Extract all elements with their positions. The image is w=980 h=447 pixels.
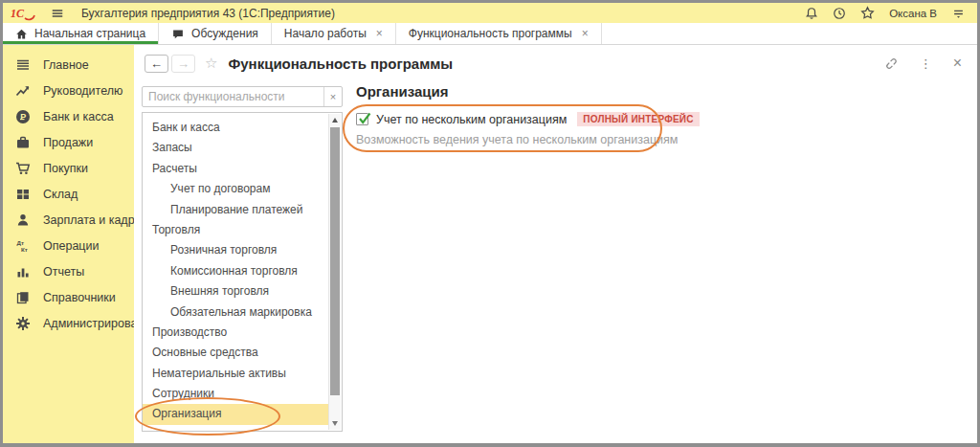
sidebar-item-label: Отчеты (43, 265, 84, 279)
home-icon (15, 28, 28, 40)
sidebar-item-label: Зарплата и кадры (43, 213, 144, 227)
svg-text:Кт: Кт (21, 246, 28, 253)
tab[interactable]: Обсуждения (159, 23, 272, 44)
tab-label: Функциональность программы (409, 27, 572, 40)
sidebar-item-label: Операции (43, 239, 99, 253)
tab-label: Начальная страница (34, 27, 145, 40)
person-icon (15, 212, 31, 228)
history-clock-icon[interactable] (833, 7, 846, 20)
search-clear-icon[interactable]: × (323, 87, 342, 106)
menu-icon (15, 57, 31, 73)
page-title: Функциональность программы (228, 56, 453, 72)
add-favorite-star-icon[interactable]: ☆ (205, 55, 217, 72)
functionality-nav-item[interactable]: Производство (143, 323, 328, 343)
back-arrow-button[interactable]: ← (145, 55, 168, 73)
close-form-icon[interactable]: × (953, 56, 962, 71)
functionality-nav-item[interactable]: Комиссионная торговля (143, 261, 328, 281)
notifications-bell-icon[interactable] (805, 7, 818, 20)
window-title: Бухгалтерия предприятия 43 (1С:Предприят… (81, 7, 335, 20)
sidebar-item[interactable]: Продажи (3, 129, 134, 155)
main-content: ← → ☆ Функциональность программы ⋮ × × (134, 45, 977, 443)
functionality-nav-panel: Банк и кассаЗапасыРасчетыУчет по договор… (142, 112, 343, 432)
functionality-nav-item[interactable]: Расчеты (143, 159, 328, 179)
multi-org-checkbox[interactable] (356, 113, 368, 125)
tab[interactable]: Начальная страница (3, 23, 159, 44)
scroll-up-icon[interactable] (329, 114, 341, 126)
book-icon (15, 290, 31, 305)
functionality-nav-item[interactable]: Торговля (143, 220, 328, 240)
sidebar-item[interactable]: РБанк и касса (3, 103, 134, 129)
functionality-nav-item[interactable]: Нематериальные активы (143, 364, 328, 384)
sidebar-item-label: Руководителю (43, 84, 122, 98)
forward-arrow-button[interactable]: → (171, 55, 195, 73)
sidebar-item[interactable]: Покупки (3, 155, 134, 181)
sidebar-item-label: Склад (43, 188, 78, 201)
ruble-circle-icon: Р (15, 109, 31, 124)
sidebar-item[interactable]: Склад (3, 181, 134, 207)
bar-chart-icon (15, 264, 31, 279)
svg-text:Дт: Дт (17, 239, 24, 246)
chat-icon (171, 28, 185, 40)
sidebar-item[interactable]: ДтКтОперации (3, 233, 134, 258)
main-menu-icon[interactable] (51, 7, 64, 20)
gear-icon (15, 316, 31, 331)
section-heading: Организация (356, 83, 700, 100)
briefcase-icon (15, 135, 31, 150)
functionality-nav-item[interactable]: Основные средства (143, 343, 328, 363)
sidebar-item-label: Покупки (43, 162, 88, 175)
tab-close-icon[interactable]: × (376, 27, 383, 40)
functionality-nav-item[interactable]: Запасы (143, 138, 328, 158)
title-bar: 1С Бухгалтерия предприятия 43 (1С:Предпр… (3, 3, 977, 23)
sidebar-item[interactable]: Отчеты (3, 258, 134, 284)
warehouse-grid-icon (15, 187, 31, 202)
list-scrollbar[interactable] (328, 114, 341, 430)
tab-label: Начало работы (284, 27, 367, 40)
svg-text:Р: Р (20, 112, 26, 122)
dt-kt-icon: ДтКт (15, 238, 31, 254)
full-interface-badge: ПОЛНЫЙ ИНТЕРФЕЙС (577, 112, 699, 126)
sidebar-item-label: Справочники (43, 291, 116, 304)
app-window: 1С Бухгалтерия предприятия 43 (1С:Предпр… (0, 0, 980, 447)
functionality-nav-item[interactable]: Организация (143, 404, 328, 424)
organization-section: Организация Учет по нескольким организац… (356, 83, 700, 146)
cart-icon (15, 161, 31, 176)
functionality-nav-item[interactable]: Планирование платежей (143, 200, 328, 220)
functionality-nav-item[interactable]: Банк и касса (143, 118, 328, 138)
sidebar-item[interactable]: Справочники (3, 284, 134, 310)
sidebar-item-label: Продажи (43, 136, 93, 149)
sidebar-item[interactable]: Руководителю (3, 78, 134, 103)
sections-sidebar: ГлавноеРуководителюРБанк и кассаПродажиП… (3, 45, 134, 443)
search-input[interactable] (143, 90, 323, 103)
get-link-icon[interactable] (884, 56, 899, 71)
1c-logo[interactable]: 1С (11, 6, 39, 21)
functionality-nav-item[interactable]: Розничная торговля (143, 240, 328, 260)
scrollbar-thumb[interactable] (330, 127, 340, 395)
current-user[interactable]: Оксана В (889, 8, 937, 19)
sidebar-item[interactable]: Администрирование (3, 310, 134, 336)
functionality-search: × (142, 86, 343, 107)
favorites-star-icon[interactable] (860, 6, 875, 20)
tab-label: Обсуждения (191, 27, 258, 40)
functionality-nav-item[interactable]: Учет по договорам (143, 179, 328, 199)
functionality-nav-item[interactable]: Обязательная маркировка (143, 302, 328, 323)
tab[interactable]: Начало работы× (272, 23, 396, 44)
service-menu-icon[interactable] (951, 7, 966, 20)
sidebar-item-label: Банк и касса (43, 110, 114, 123)
functionality-nav-item[interactable]: Внешняя торговля (143, 281, 328, 302)
sidebar-item-label: Главное (43, 58, 89, 72)
trend-icon (15, 83, 31, 99)
functionality-nav-item[interactable]: Сотрудники (143, 384, 328, 404)
more-menu-icon[interactable]: ⋮ (920, 56, 932, 71)
option-description: Возможность ведения учета по нескольким … (356, 133, 700, 146)
svg-text:1С: 1С (11, 7, 25, 20)
tab-bar: Начальная страницаОбсужденияНачало работ… (3, 23, 977, 45)
scroll-down-icon[interactable] (329, 417, 341, 430)
sidebar-item[interactable]: Главное (3, 52, 134, 78)
tab-close-icon[interactable]: × (582, 27, 589, 40)
sidebar-item[interactable]: Зарплата и кадры (3, 207, 134, 233)
multi-org-checkbox-label[interactable]: Учет по нескольким организациям (376, 113, 567, 126)
form-header: ← → ☆ Функциональность программы ⋮ × (134, 45, 977, 81)
tab[interactable]: Функциональность программы× (396, 23, 602, 44)
